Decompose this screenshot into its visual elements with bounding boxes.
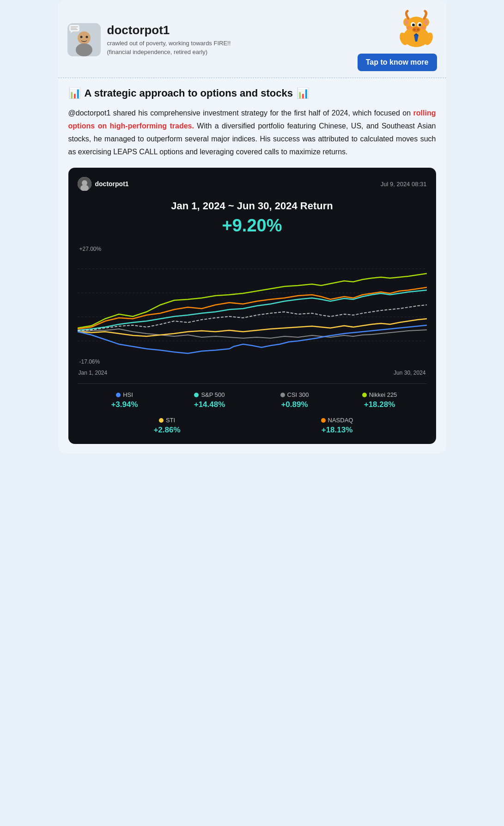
- chart-header: doctorpot1 Jul 9, 2024 08:31: [78, 177, 427, 191]
- legend-item-nasdaq: NASDAQ +18.13%: [252, 417, 422, 435]
- svg-point-4: [85, 36, 88, 38]
- user-info: doctorpot1 crawled out of poverty, worki…: [107, 23, 255, 56]
- legend-value-sp500: +14.48%: [194, 400, 225, 409]
- article-content: 📊 A strategic approach to options and st…: [58, 78, 446, 453]
- article-title: 📊 A strategic approach to options and st…: [68, 87, 436, 99]
- chart-card: doctorpot1 Jul 9, 2024 08:31 Jan 1, 2024…: [68, 168, 436, 444]
- svg-point-12: [405, 19, 408, 25]
- svg-rect-29: [78, 245, 427, 365]
- avatar: [67, 23, 101, 56]
- avatar-image: [67, 23, 101, 56]
- legend-dot-nasdaq: [321, 418, 326, 423]
- legend-item-csi300: CSI 300 +0.89%: [252, 391, 337, 409]
- chart-return: +9.20%: [78, 216, 427, 236]
- chart-username: doctorpot1: [95, 180, 129, 188]
- svg-point-18: [419, 24, 421, 26]
- chart-area: +27.00% -17.06%: [78, 245, 427, 365]
- legend-name-csi300: CSI 300: [287, 391, 309, 398]
- legend-value-hsi: +3.94%: [111, 400, 138, 409]
- tap-to-know-more-button[interactable]: Tap to know more: [358, 54, 437, 71]
- profile-left: doctorpot1 crawled out of poverty, worki…: [67, 23, 255, 56]
- main-card: doctorpot1 crawled out of poverty, worki…: [58, 0, 446, 453]
- title-icon-right: 📊: [297, 87, 309, 99]
- legend-value-nikkei: +18.28%: [364, 400, 395, 409]
- legend-dot-hsi: [116, 393, 121, 397]
- legend-dot-nikkei: [362, 393, 367, 397]
- legend-value-csi300: +0.89%: [281, 400, 308, 409]
- chart-date-end: Jun 30, 2024: [394, 370, 425, 376]
- svg-point-22: [413, 29, 415, 31]
- svg-point-19: [407, 26, 412, 30]
- chart-date: Jul 9, 2024 08:31: [381, 181, 427, 188]
- article-body: @doctorpot1 shared his comprehensive inv…: [68, 107, 436, 158]
- legend-dot-sti: [159, 418, 164, 423]
- chart-avatar: [78, 177, 91, 191]
- legend-name-hsi: HSI: [123, 391, 133, 398]
- title-text: A strategic approach to options and stoc…: [85, 87, 293, 99]
- svg-point-20: [420, 26, 426, 30]
- legend-item-nikkei: Nikkei 225 +18.28%: [337, 391, 422, 409]
- chart-dates-row: Jan 1, 2024 Jun 30, 2024: [78, 370, 427, 376]
- svg-point-3: [80, 36, 82, 38]
- chart-y-label-bottom: -17.06%: [79, 358, 100, 365]
- legend-item-sp500: S&P 500 +14.48%: [167, 391, 252, 409]
- legend-dot-sp500: [194, 393, 199, 397]
- legend-item-hsi: HSI +3.94%: [82, 391, 167, 409]
- legend-value-nasdaq: +18.13%: [322, 425, 353, 435]
- user-bio: crawled out of poverty, working towards …: [107, 39, 255, 56]
- legend-row2: STI +2.86% NASDAQ +18.13%: [78, 417, 427, 444]
- username: doctorpot1: [107, 23, 255, 37]
- svg-point-2: [76, 43, 92, 56]
- svg-point-14: [424, 19, 428, 25]
- svg-point-1: [78, 31, 91, 44]
- body-text-1: @doctorpot1 shared his comprehensive inv…: [68, 109, 413, 117]
- legend-grid: HSI +3.94% S&P 500 +14.48% CSI 300: [78, 383, 427, 417]
- svg-point-17: [412, 24, 415, 26]
- legend-value-sti: +2.86%: [153, 425, 180, 435]
- chart-date-start: Jan 1, 2024: [79, 370, 108, 376]
- title-icon-left: 📊: [68, 87, 81, 99]
- chart-y-label-top: +27.00%: [79, 246, 102, 252]
- svg-point-23: [417, 29, 419, 31]
- tap-button-container: Tap to know more: [358, 8, 437, 71]
- profile-header: doctorpot1 crawled out of poverty, worki…: [58, 0, 446, 78]
- chart-user: doctorpot1: [78, 177, 129, 191]
- legend-name-nasdaq: NASDAQ: [328, 417, 353, 424]
- chart-svg: [78, 245, 427, 365]
- legend-dot-csi300: [280, 393, 285, 397]
- chart-title: Jan 1, 2024 ~ Jun 30, 2024 Return: [78, 200, 427, 212]
- legend-item-sti: STI +2.86%: [82, 417, 252, 435]
- legend-name-sp500: S&P 500: [201, 391, 225, 398]
- legend-name-sti: STI: [166, 417, 175, 424]
- legend-name-nikkei: Nikkei 225: [369, 391, 397, 398]
- bull-mascot: [395, 8, 437, 50]
